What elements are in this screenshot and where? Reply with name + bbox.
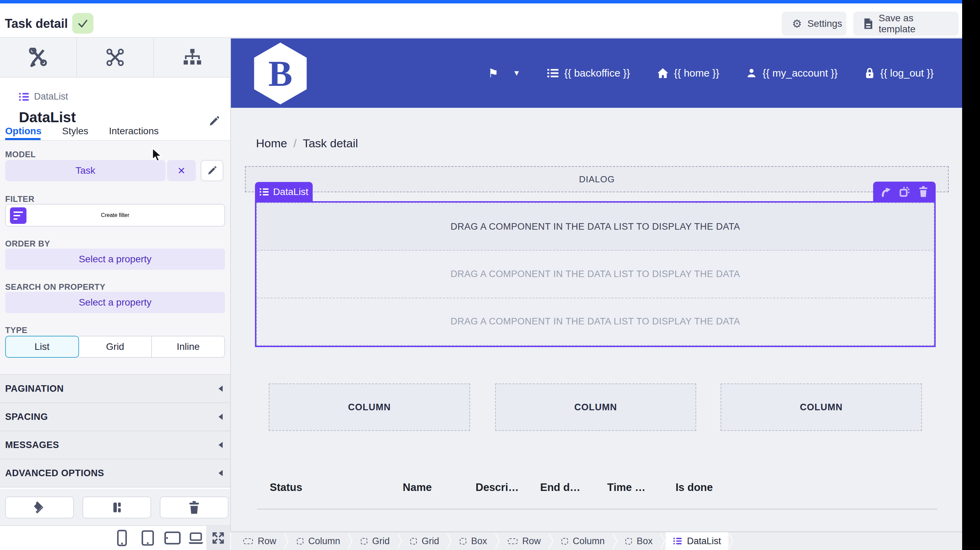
- datalist-icon: [673, 537, 682, 545]
- phone-icon: [117, 530, 127, 546]
- tree-icon: [183, 48, 202, 67]
- template-file-icon: [864, 18, 873, 30]
- accordion-spacing-label: SPACING: [5, 412, 48, 422]
- copy-icon[interactable]: [899, 186, 911, 197]
- column-placeholder[interactable]: COLUMN: [495, 384, 696, 431]
- rename-component-button[interactable]: [206, 113, 222, 129]
- tab-build-tools[interactable]: [0, 38, 77, 77]
- pencil-icon: [207, 165, 217, 176]
- trail-item-grid[interactable]: Grid: [353, 532, 397, 550]
- type-option-list[interactable]: List: [5, 336, 79, 358]
- row-icon: [508, 538, 517, 544]
- language-flag-menu[interactable]: ⚑ ▼: [488, 66, 520, 80]
- swap-diamonds-icon: [32, 501, 47, 514]
- table-header-end-date: End d…: [540, 481, 581, 494]
- model-value-chip[interactable]: Task: [5, 160, 165, 181]
- preview-desktop-button[interactable]: [186, 526, 206, 550]
- option-accordions: PAGINATION SPACING MESSAGES ADVANCED OPT…: [0, 374, 230, 488]
- swap-component-button[interactable]: [5, 496, 74, 518]
- create-filter-label: Create filter: [101, 212, 130, 218]
- filter-label: FILTER: [5, 194, 34, 204]
- tab-interactions[interactable]: [77, 38, 154, 77]
- preview-tablet-button[interactable]: [138, 526, 158, 550]
- trail-item-row[interactable]: Row: [500, 532, 549, 550]
- fullscreen-toggle[interactable]: [206, 526, 230, 550]
- type-option-grid[interactable]: Grid: [79, 336, 152, 358]
- trail-label: Grid: [422, 536, 439, 547]
- trail-label: Row: [522, 536, 541, 547]
- trail-item-column[interactable]: Column: [554, 532, 612, 550]
- trash-icon[interactable]: [918, 186, 929, 197]
- nav-my-account[interactable]: {{ my_account }}: [746, 67, 838, 79]
- column-placeholder[interactable]: COLUMN: [269, 384, 470, 431]
- nav-my-account-label: {{ my_account }}: [762, 67, 838, 79]
- breadcrumb-current: Task detail: [303, 136, 358, 150]
- delete-component-button[interactable]: [160, 496, 229, 518]
- drag-hint-text: DRAG A COMPONENT IN THE DATA LIST TO DIS…: [450, 222, 740, 232]
- tablet-icon: [142, 530, 154, 546]
- collapsed-caret-icon: [218, 385, 223, 392]
- search-on-property-label: SEARCH ON PROPERTY: [5, 282, 105, 292]
- model-edit-button[interactable]: [200, 160, 223, 181]
- trail-item-box[interactable]: Box: [618, 532, 660, 550]
- breadcrumb-separator: /: [293, 136, 296, 150]
- tab-styles[interactable]: Styles: [62, 126, 88, 136]
- accordion-messages[interactable]: MESSAGES: [0, 431, 230, 460]
- settings-button[interactable]: ⚙ Settings: [782, 12, 846, 36]
- datalist-icon: [259, 188, 269, 196]
- nav-home[interactable]: {{ home }}: [657, 67, 719, 79]
- model-clear-button[interactable]: ✕: [167, 160, 196, 181]
- accordion-spacing[interactable]: SPACING: [0, 403, 230, 431]
- datalist-component[interactable]: DRAG A COMPONENT IN THE DATA LIST TO DIS…: [255, 201, 935, 347]
- lock-icon: [865, 67, 875, 79]
- datalist-icon: [19, 92, 29, 101]
- trail-item-box[interactable]: Box: [452, 532, 495, 550]
- breadcrumb-home[interactable]: Home: [256, 136, 287, 150]
- collapsed-caret-icon: [218, 442, 223, 448]
- table-header-is-done: Is done: [676, 481, 713, 494]
- panel-tabs: Options Styles Interactions: [5, 126, 159, 136]
- trail-label: Column: [573, 536, 605, 547]
- options-panel: MODEL Task ✕ FILTER Create filter ORDER …: [0, 141, 230, 374]
- filter-icon: [10, 208, 27, 224]
- trail-item-datalist[interactable]: DataList: [666, 532, 729, 550]
- nav-backoffice[interactable]: {{ backoffice }}: [547, 67, 630, 79]
- order-by-select[interactable]: Select a property: [5, 249, 225, 270]
- datalist-drop-row[interactable]: DRAG A COMPONENT IN THE DATA LIST TO DIS…: [257, 203, 934, 250]
- trail-item-row[interactable]: Row: [236, 532, 284, 550]
- grid-icon: [410, 538, 417, 545]
- preview-tablet-landscape-button[interactable]: [162, 526, 183, 550]
- trail-item-column[interactable]: Column: [290, 532, 348, 550]
- search-on-property-select[interactable]: Select a property: [5, 292, 225, 313]
- component-title: DataList: [19, 109, 76, 126]
- row-icon: [243, 538, 253, 544]
- model-value: Task: [76, 165, 95, 176]
- dialog-placeholder[interactable]: DIALOG: [245, 166, 949, 192]
- mouse-cursor: [151, 147, 164, 163]
- nav-log-out[interactable]: {{ log_out }}: [865, 67, 934, 79]
- preview-phone-button[interactable]: [113, 526, 130, 550]
- accordion-pagination[interactable]: PAGINATION: [0, 375, 230, 403]
- component-actions-bar: [0, 489, 230, 525]
- trail-item-grid[interactable]: Grid: [403, 532, 447, 550]
- flag-icon: ⚑: [488, 66, 498, 80]
- tab-options[interactable]: Options: [5, 126, 41, 136]
- accordion-advanced-options[interactable]: ADVANCED OPTIONS: [0, 460, 230, 488]
- nav-home-label: {{ home }}: [674, 67, 719, 79]
- breadcrumb: Home / Task detail: [256, 136, 358, 150]
- save-as-template-button[interactable]: Save as template: [853, 12, 958, 36]
- tab-component-tree[interactable]: [154, 38, 230, 77]
- type-option-inline[interactable]: Inline: [152, 336, 225, 358]
- box-icon: [625, 538, 632, 545]
- wrap-in-column-button[interactable]: [83, 496, 151, 518]
- laptop-icon: [187, 531, 204, 545]
- grid-icon: [361, 538, 368, 545]
- tab-interactions-panel[interactable]: Interactions: [109, 126, 159, 136]
- column-placeholder[interactable]: COLUMN: [721, 384, 922, 431]
- trail-label: Grid: [372, 536, 390, 547]
- sidebar-mode-tabs: [0, 38, 230, 78]
- dialog-label: DIALOG: [579, 174, 615, 185]
- app-screenshot: Task detail ⚙ Settings Save as template: [0, 0, 980, 550]
- select-parent-icon[interactable]: [880, 186, 892, 197]
- create-filter-button[interactable]: Create filter: [5, 204, 225, 227]
